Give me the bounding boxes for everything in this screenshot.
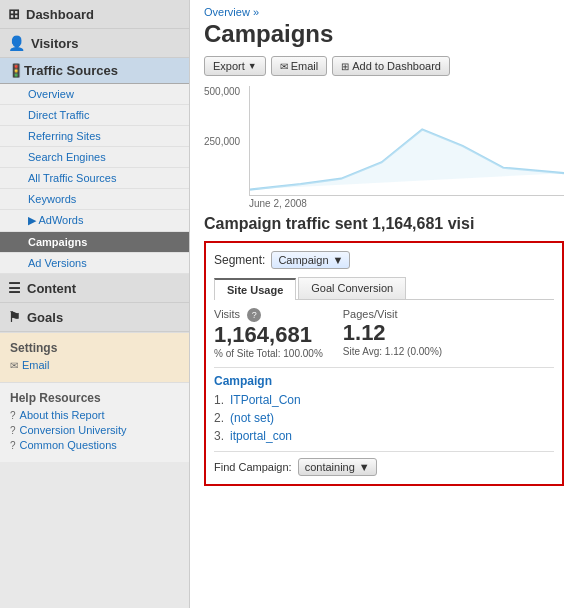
chart-y-label-high: 500,000	[204, 86, 240, 97]
chart-y-labels: 500,000 250,000 0	[204, 86, 240, 196]
add-dashboard-label: Add to Dashboard	[352, 60, 441, 72]
main-content: Overview » Campaigns Export ▼ ✉ Email ⊞ …	[190, 0, 574, 608]
sidebar-item-label: Goals	[27, 310, 63, 325]
email-label: Email	[291, 60, 319, 72]
pages-visit-value: 1.12	[343, 320, 442, 346]
campaign-link-3[interactable]: itportal_con	[230, 429, 292, 443]
campaign-traffic-text: Campaign traffic sent 1,164,681 visi	[204, 215, 564, 233]
visits-value: 1,164,681	[214, 322, 323, 348]
sidebar-item-label: Content	[27, 281, 76, 296]
settings-title: Settings	[10, 341, 179, 355]
sidebar-item-label: Visitors	[31, 36, 78, 51]
table-row: 2. (not set)	[214, 411, 554, 425]
visits-sub: % of Site Total: 100.00%	[214, 348, 323, 359]
help-common-questions-link[interactable]: ? Common Questions	[10, 439, 179, 451]
tabs-row: Site Usage Goal Conversion	[214, 277, 554, 300]
sidebar-item-search-engines[interactable]: Search Engines	[0, 147, 189, 168]
sidebar-item-referring-sites[interactable]: Referring Sites	[0, 126, 189, 147]
traffic-icon: 🚦	[8, 63, 24, 78]
export-label: Export	[213, 60, 245, 72]
segment-label: Segment:	[214, 253, 265, 267]
tab-goal-conversion[interactable]: Goal Conversion	[298, 277, 406, 299]
email-toolbar-icon: ✉	[280, 61, 288, 72]
sidebar-item-content[interactable]: ☰ Content	[0, 274, 189, 303]
content-icon: ☰	[8, 280, 21, 296]
sidebar-item-goals[interactable]: ⚑ Goals	[0, 303, 189, 332]
sidebar-item-campaigns[interactable]: Campaigns	[0, 232, 189, 253]
help-icon-2: ?	[10, 425, 16, 436]
help-conversion-university-link[interactable]: ? Conversion University	[10, 424, 179, 436]
help-title: Help Resources	[10, 391, 179, 405]
sidebar-item-label: Dashboard	[26, 7, 94, 22]
sidebar-item-direct-traffic[interactable]: Direct Traffic	[0, 105, 189, 126]
email-icon: ✉	[10, 360, 18, 371]
separator	[214, 367, 554, 368]
segment-value: Campaign	[278, 254, 328, 266]
help-icon-3: ?	[10, 440, 16, 451]
goals-icon: ⚑	[8, 309, 21, 325]
metric-pages-visit: Pages/Visit 1.12 Site Avg: 1.12 (0.00%)	[343, 308, 442, 357]
dashboard-icon: ⊞	[8, 6, 20, 22]
sidebar-item-overview[interactable]: Overview	[0, 84, 189, 105]
chart-date-label: June 2, 2008	[249, 198, 564, 209]
campaign-link-2[interactable]: (not set)	[230, 411, 274, 425]
add-dashboard-icon: ⊞	[341, 61, 349, 72]
row-num-3: 3.	[214, 429, 230, 443]
metrics-row: Visits ? 1,164,681 % of Site Total: 100.…	[214, 308, 554, 359]
export-arrow-icon: ▼	[248, 61, 257, 71]
settings-email-link[interactable]: ✉ Email	[10, 359, 179, 371]
sidebar-item-label: Traffic Sources	[24, 63, 118, 78]
find-dropdown[interactable]: containing ▼	[298, 458, 377, 476]
find-label: Find Campaign:	[214, 461, 292, 473]
help-icon-1: ?	[10, 410, 16, 421]
page-title: Campaigns	[204, 20, 564, 48]
tab-site-usage[interactable]: Site Usage	[214, 278, 296, 300]
table-row: 1. ITPortal_Con	[214, 393, 554, 407]
pages-visit-label: Pages/Visit	[343, 308, 442, 320]
table-header: Campaign	[214, 374, 554, 388]
toolbar: Export ▼ ✉ Email ⊞ Add to Dashboard	[204, 56, 564, 76]
sidebar-item-keywords[interactable]: Keywords	[0, 189, 189, 210]
segment-dropdown[interactable]: Campaign ▼	[271, 251, 350, 269]
metric-visits: Visits ? 1,164,681 % of Site Total: 100.…	[214, 308, 323, 359]
sidebar: ⊞ Dashboard 👤 Visitors 🚦 Traffic Sources…	[0, 0, 190, 608]
visitors-icon: 👤	[8, 35, 25, 51]
find-arrow-icon: ▼	[359, 461, 370, 473]
help-about-report-link[interactable]: ? About this Report	[10, 409, 179, 421]
table-row: 3. itportal_con	[214, 429, 554, 443]
visits-help-icon[interactable]: ?	[247, 308, 261, 322]
find-dropdown-value: containing	[305, 461, 355, 473]
row-num-2: 2.	[214, 411, 230, 425]
row-num-1: 1.	[214, 393, 230, 407]
chart-y-label-mid: 250,000	[204, 136, 240, 147]
export-button[interactable]: Export ▼	[204, 56, 266, 76]
email-button[interactable]: ✉ Email	[271, 56, 328, 76]
chart-canvas	[249, 86, 564, 196]
breadcrumb[interactable]: Overview »	[204, 0, 564, 20]
sidebar-item-all-traffic[interactable]: All Traffic Sources	[0, 168, 189, 189]
sidebar-item-adwords[interactable]: ▶ AdWords	[0, 210, 189, 232]
chart-svg	[250, 86, 564, 195]
sidebar-item-dashboard[interactable]: ⊞ Dashboard	[0, 0, 189, 29]
sidebar-item-visitors[interactable]: 👤 Visitors	[0, 29, 189, 58]
pages-visit-sub: Site Avg: 1.12 (0.00%)	[343, 346, 442, 357]
segment-row: Segment: Campaign ▼	[214, 251, 554, 269]
chart-area: 500,000 250,000 0	[204, 86, 564, 196]
find-row: Find Campaign: containing ▼	[214, 451, 554, 476]
sidebar-item-traffic-sources[interactable]: 🚦 Traffic Sources	[0, 58, 189, 84]
sidebar-item-ad-versions[interactable]: Ad Versions	[0, 253, 189, 274]
segment-arrow-icon: ▼	[333, 254, 344, 266]
data-panel: Segment: Campaign ▼ Site Usage Goal Conv…	[204, 241, 564, 486]
campaign-link-1[interactable]: ITPortal_Con	[230, 393, 301, 407]
settings-section: Settings ✉ Email	[0, 332, 189, 382]
help-section: Help Resources ? About this Report ? Con…	[0, 382, 189, 462]
visits-label: Visits	[214, 308, 240, 320]
add-dashboard-button[interactable]: ⊞ Add to Dashboard	[332, 56, 450, 76]
